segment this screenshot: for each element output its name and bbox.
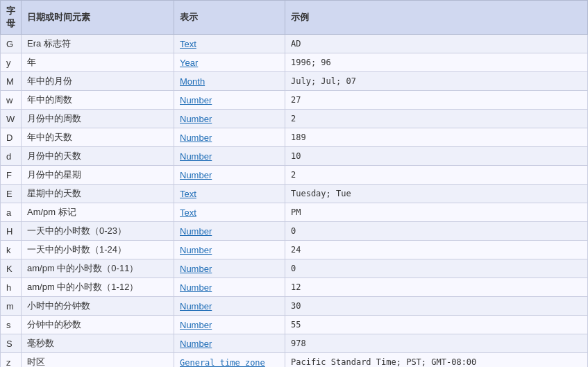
cell-char: W bbox=[1, 110, 22, 128]
cell-example: 0 bbox=[285, 222, 588, 241]
cell-example: 2 bbox=[285, 110, 588, 128]
cell-desc: Am/pm 标记 bbox=[22, 203, 174, 222]
cell-type[interactable]: Year bbox=[174, 53, 285, 72]
type-link[interactable]: Year bbox=[180, 58, 198, 68]
cell-example: 0 bbox=[285, 259, 588, 278]
cell-char: a bbox=[1, 203, 22, 222]
table-row: D年中的天数Number189 bbox=[1, 128, 588, 147]
table-row: M年中的月份MonthJuly; Jul; 07 bbox=[1, 72, 588, 91]
table-row: W月份中的周数Number2 bbox=[1, 110, 588, 128]
table-row: m小时中的分钟数Number30 bbox=[1, 297, 588, 316]
cell-char: F bbox=[1, 166, 22, 185]
cell-example: 24 bbox=[285, 241, 588, 259]
table-row: GEra 标志符TextAD bbox=[1, 35, 588, 53]
cell-desc: 年中的周数 bbox=[22, 91, 174, 110]
cell-example: Tuesday; Tue bbox=[285, 185, 588, 203]
cell-desc: am/pm 中的小时数（0-11） bbox=[22, 259, 174, 278]
cell-type[interactable]: Number bbox=[174, 334, 285, 353]
cell-type[interactable]: Text bbox=[174, 35, 285, 53]
cell-type[interactable]: Number bbox=[174, 278, 285, 297]
cell-char: k bbox=[1, 241, 22, 259]
cell-type[interactable]: Text bbox=[174, 185, 285, 203]
type-link[interactable]: Number bbox=[180, 245, 212, 255]
cell-type[interactable]: Number bbox=[174, 241, 285, 259]
type-link[interactable]: Number bbox=[180, 320, 212, 330]
cell-char: E bbox=[1, 185, 22, 203]
cell-example: Pacific Standard Time; PST; GMT-08:00 bbox=[285, 353, 588, 368]
header-type: 表示 bbox=[174, 1, 285, 35]
cell-example: 30 bbox=[285, 297, 588, 316]
type-link[interactable]: Month bbox=[180, 76, 205, 87]
cell-example: 189 bbox=[285, 128, 588, 147]
table-row: F月份中的星期Number2 bbox=[1, 166, 588, 185]
type-link[interactable]: Number bbox=[180, 133, 212, 143]
cell-type[interactable]: Number bbox=[174, 297, 285, 316]
cell-char: M bbox=[1, 72, 22, 91]
cell-desc: am/pm 中的小时数（1-12） bbox=[22, 278, 174, 297]
table-row: E星期中的天数TextTuesday; Tue bbox=[1, 185, 588, 203]
table-row: s分钟中的秒数Number55 bbox=[1, 316, 588, 334]
table-row: H一天中的小时数（0-23）Number0 bbox=[1, 222, 588, 241]
type-link[interactable]: Number bbox=[180, 114, 212, 124]
type-link[interactable]: Text bbox=[180, 207, 196, 218]
type-link[interactable]: Number bbox=[180, 282, 212, 293]
type-link[interactable]: Number bbox=[180, 264, 212, 274]
type-link[interactable]: General time zone bbox=[180, 358, 265, 368]
cell-example: July; Jul; 07 bbox=[285, 72, 588, 91]
cell-type[interactable]: Month bbox=[174, 72, 285, 91]
cell-char: G bbox=[1, 35, 22, 53]
cell-type[interactable]: Number bbox=[174, 128, 285, 147]
type-link[interactable]: Text bbox=[180, 189, 196, 199]
type-link[interactable]: Number bbox=[180, 226, 212, 237]
cell-example: 55 bbox=[285, 316, 588, 334]
cell-char: m bbox=[1, 297, 22, 316]
cell-desc: Era 标志符 bbox=[22, 35, 174, 53]
cell-example: PM bbox=[285, 203, 588, 222]
cell-example: 1996; 96 bbox=[285, 53, 588, 72]
cell-type[interactable]: Number bbox=[174, 91, 285, 110]
cell-example: 10 bbox=[285, 147, 588, 166]
datetime-table: 字母 日期或时间元素 表示 示例 GEra 标志符TextADy年Year199… bbox=[0, 0, 588, 367]
cell-char: s bbox=[1, 316, 22, 334]
type-link[interactable]: Number bbox=[180, 339, 212, 349]
type-link[interactable]: Number bbox=[180, 95, 212, 105]
cell-desc: 星期中的天数 bbox=[22, 185, 174, 203]
cell-desc: 一天中的小时数（1-24） bbox=[22, 241, 174, 259]
cell-type[interactable]: Number bbox=[174, 316, 285, 334]
cell-example: 12 bbox=[285, 278, 588, 297]
cell-type[interactable]: Number bbox=[174, 259, 285, 278]
cell-type[interactable]: Number bbox=[174, 222, 285, 241]
table-row: y年Year1996; 96 bbox=[1, 53, 588, 72]
type-link[interactable]: Number bbox=[180, 151, 212, 162]
cell-char: K bbox=[1, 259, 22, 278]
type-link[interactable]: Number bbox=[180, 301, 212, 311]
type-link[interactable]: Text bbox=[180, 39, 196, 49]
header-char: 字母 bbox=[1, 1, 22, 35]
cell-desc: 月份中的天数 bbox=[22, 147, 174, 166]
cell-example: 2 bbox=[285, 166, 588, 185]
cell-desc: 一天中的小时数（0-23） bbox=[22, 222, 174, 241]
cell-desc: 时区 bbox=[22, 353, 174, 368]
cell-desc: 分钟中的秒数 bbox=[22, 316, 174, 334]
table-row: ham/pm 中的小时数（1-12）Number12 bbox=[1, 278, 588, 297]
table-row: Kam/pm 中的小时数（0-11）Number0 bbox=[1, 259, 588, 278]
cell-type[interactable]: Number bbox=[174, 110, 285, 128]
cell-desc: 月份中的星期 bbox=[22, 166, 174, 185]
cell-type[interactable]: General time zone bbox=[174, 353, 285, 368]
cell-char: H bbox=[1, 222, 22, 241]
table-row: S毫秒数Number978 bbox=[1, 334, 588, 353]
cell-type[interactable]: Text bbox=[174, 203, 285, 222]
cell-char: y bbox=[1, 53, 22, 72]
cell-desc: 毫秒数 bbox=[22, 334, 174, 353]
cell-type[interactable]: Number bbox=[174, 147, 285, 166]
cell-type[interactable]: Number bbox=[174, 166, 285, 185]
cell-example: 978 bbox=[285, 334, 588, 353]
cell-char: w bbox=[1, 91, 22, 110]
type-link[interactable]: Number bbox=[180, 170, 212, 180]
cell-desc: 小时中的分钟数 bbox=[22, 297, 174, 316]
cell-desc: 年中的月份 bbox=[22, 72, 174, 91]
cell-desc: 年 bbox=[22, 53, 174, 72]
cell-desc: 年中的天数 bbox=[22, 128, 174, 147]
cell-char: D bbox=[1, 128, 22, 147]
table-container: 字母 日期或时间元素 表示 示例 GEra 标志符TextADy年Year199… bbox=[0, 0, 588, 367]
